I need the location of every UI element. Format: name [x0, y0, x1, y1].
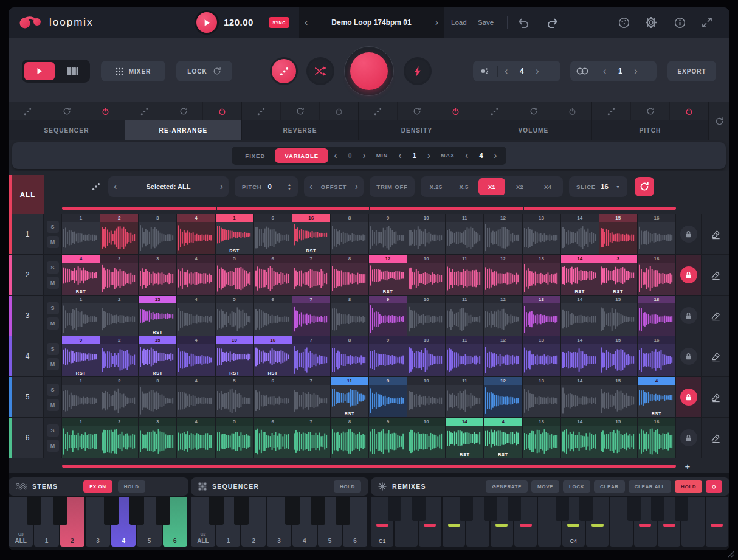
slice-cell[interactable]: 1	[62, 214, 100, 254]
slice-cell[interactable]: 7	[292, 296, 331, 336]
black-key[interactable]	[388, 497, 401, 521]
save-button[interactable]: Save	[478, 7, 494, 38]
offset-next-button[interactable]: ›	[350, 182, 364, 192]
slice-cell[interactable]: 16	[638, 336, 676, 376]
black-key[interactable]	[27, 497, 41, 525]
row-dice-icon[interactable]	[91, 182, 101, 192]
tab-power-icon[interactable]	[553, 102, 591, 120]
stems-hold-button[interactable]: HOLD	[118, 480, 145, 493]
black-key[interactable]	[234, 497, 249, 525]
min-next-button[interactable]: ›	[422, 151, 436, 161]
black-key[interactable]	[156, 497, 170, 525]
slice-cell[interactable]: 1	[62, 377, 100, 417]
row-lock-button[interactable]	[680, 389, 697, 406]
info-button[interactable]	[673, 16, 686, 29]
slice-cell[interactable]: 10	[407, 418, 446, 458]
slice-cell[interactable]: 13	[523, 418, 561, 458]
remix-generate-button[interactable]: GENERATE	[486, 480, 528, 493]
tab-power-icon[interactable]	[436, 102, 475, 120]
slice-cell[interactable]: 2	[100, 377, 139, 417]
black-key[interactable]	[675, 497, 688, 521]
tab-sequencer[interactable]: SEQUENCER	[9, 120, 125, 140]
tab-pitch[interactable]: PITCH	[592, 120, 708, 140]
mute-button[interactable]: M	[47, 277, 59, 289]
slice-cell[interactable]: 13	[523, 377, 561, 417]
slice-cell[interactable]: 7	[292, 336, 331, 376]
slice-cell[interactable]: 4	[177, 418, 215, 458]
flash-button[interactable]	[405, 59, 430, 83]
slice-cell[interactable]: 3	[139, 214, 177, 254]
row-lock-button[interactable]	[680, 429, 697, 446]
speed-x4[interactable]: X4	[534, 178, 561, 195]
resize-grip-icon[interactable]	[726, 549, 734, 558]
black-key[interactable]	[104, 497, 119, 525]
slice-cell[interactable]: 13	[523, 296, 561, 336]
selected-prev-button[interactable]: ‹	[108, 182, 122, 192]
black-key[interactable]	[129, 497, 144, 525]
slice-cell[interactable]: 9	[369, 296, 407, 336]
slice-cell[interactable]: 12	[484, 255, 522, 295]
slice-cell[interactable]: 3	[139, 255, 177, 295]
slice-cell[interactable]: 15	[599, 336, 638, 376]
min-prev-button[interactable]: ‹	[393, 151, 407, 161]
speed-x-5[interactable]: X.5	[450, 178, 477, 195]
select-all-rows-button[interactable]: ALL	[9, 175, 44, 214]
slice-cell[interactable]: 4RST	[638, 377, 676, 417]
tabs-refresh-button[interactable]	[709, 102, 729, 140]
offset-prev-button[interactable]: ‹	[304, 182, 318, 192]
black-key[interactable]	[209, 497, 224, 525]
slice-cell[interactable]: 9	[369, 336, 407, 376]
tab-volume[interactable]: VOLUME	[475, 120, 591, 140]
mixer-button[interactable]: MIXER	[101, 61, 165, 81]
slice-cell[interactable]: 15	[599, 214, 638, 254]
slice-cell[interactable]: 5	[216, 296, 254, 336]
black-key[interactable]	[556, 497, 569, 521]
row-lock-button[interactable]	[680, 307, 697, 324]
speed-x2[interactable]: X2	[506, 178, 533, 195]
tab-refresh-icon[interactable]	[281, 102, 320, 120]
slice-count-dropdown[interactable]: SLICE 16 ▼	[569, 176, 627, 197]
slice-cell[interactable]: 1	[62, 296, 100, 336]
sequencer-hold-button[interactable]: HOLD	[334, 480, 361, 493]
slice-cell[interactable]: 15	[599, 418, 638, 458]
slice-cell[interactable]: 12	[484, 214, 522, 254]
tab-power-icon[interactable]	[670, 102, 708, 120]
slice-cell[interactable]: 8	[331, 336, 369, 376]
slice-cell[interactable]: 3	[139, 377, 177, 417]
black-key[interactable]	[285, 497, 300, 525]
slice-cell[interactable]: 15RST	[139, 296, 177, 336]
slice-cell[interactable]: 14	[561, 377, 599, 417]
slice-cell[interactable]: 14RST	[561, 255, 599, 295]
slice-cell[interactable]: 9	[369, 418, 407, 458]
black-key[interactable]	[484, 497, 497, 521]
tab-dice-icon[interactable]	[475, 102, 514, 120]
trim-button[interactable]: TRIM OFF	[370, 176, 415, 197]
mute-button[interactable]: M	[47, 236, 59, 248]
slice-cell[interactable]: 13	[523, 255, 561, 295]
tab-refresh-icon[interactable]	[631, 102, 670, 120]
tab-dice-icon[interactable]	[242, 102, 281, 120]
slice-cell[interactable]: 11	[446, 296, 484, 336]
row-select-button-2[interactable]: 2	[9, 255, 44, 295]
dice-button[interactable]	[272, 59, 296, 83]
redo-button[interactable]	[546, 16, 559, 30]
slice-cell[interactable]: 6	[254, 418, 292, 458]
export-button[interactable]: EXPORT	[667, 61, 716, 81]
tab-power-icon[interactable]	[203, 102, 241, 120]
load-button[interactable]: Load	[451, 7, 467, 38]
slice-cell[interactable]: 10	[407, 377, 446, 417]
loop-view-button[interactable]	[24, 62, 55, 80]
tab-refresh-icon[interactable]	[164, 102, 203, 120]
row-erase-button[interactable]	[711, 392, 721, 403]
slice-cell[interactable]: 3	[139, 418, 177, 458]
mute-button[interactable]: M	[47, 440, 59, 452]
key-14[interactable]	[706, 497, 728, 547]
undo-button[interactable]	[517, 16, 530, 30]
slice-cell[interactable]: 16RST	[292, 214, 331, 254]
slice-cell[interactable]: 1RST	[216, 214, 254, 254]
slice-cell[interactable]: 16RST	[254, 336, 292, 376]
slice-cell[interactable]: 5	[216, 377, 254, 417]
solo-button[interactable]: S	[47, 302, 59, 314]
row-erase-button[interactable]	[711, 229, 721, 240]
repeat-prev-button[interactable]: ‹	[598, 66, 612, 76]
